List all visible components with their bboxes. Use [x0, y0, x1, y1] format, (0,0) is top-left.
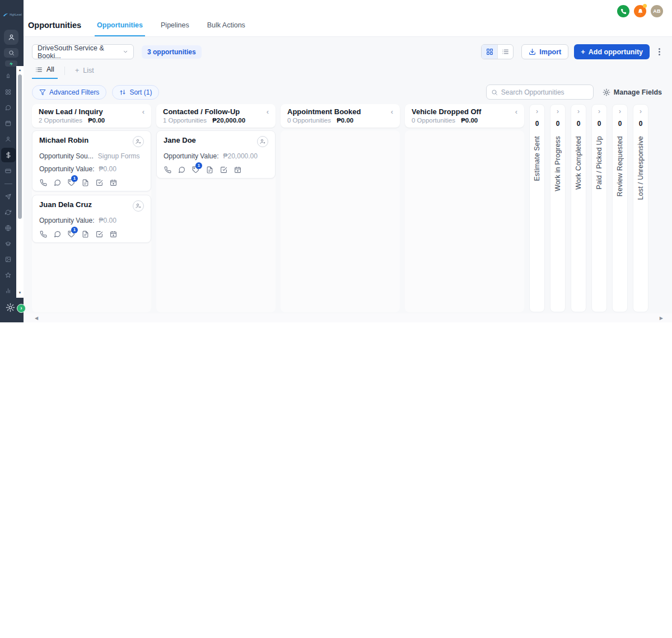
sidebar-search-button[interactable] — [4, 48, 18, 58]
list-view-button[interactable] — [497, 45, 513, 59]
notes-button[interactable] — [81, 230, 89, 238]
notifications-button[interactable] — [634, 5, 646, 17]
tab-all[interactable]: All — [32, 65, 58, 79]
sidebar-item-media[interactable] — [5, 256, 11, 262]
scrollbar-up-arrow[interactable]: ▲ — [16, 67, 24, 73]
manage-fields-button[interactable]: Manage Fields — [603, 88, 662, 96]
appointment-button[interactable] — [234, 166, 241, 173]
advanced-filters-button[interactable]: Advanced Filters — [32, 85, 106, 100]
sidebar-scrollbar[interactable]: ▲ ▼ — [16, 66, 24, 298]
tab-bulk-actions[interactable]: Bulk Actions — [205, 21, 248, 36]
opportunity-card-michael-robin[interactable]: Michael Robin Opportunity Sou... Signup … — [32, 130, 151, 191]
payments-icon — [5, 168, 11, 174]
field-value: ₱0.00 — [99, 217, 116, 224]
quick-actions-button[interactable] — [5, 60, 17, 67]
sidebar-item-reporting[interactable] — [5, 288, 11, 294]
message-button[interactable] — [53, 179, 61, 186]
horizontal-scrollbar[interactable]: ◀ ▶ — [24, 313, 672, 322]
scrollbar-down-arrow[interactable]: ▼ — [16, 290, 24, 295]
scroll-left-arrow[interactable]: ◀ — [35, 316, 38, 321]
import-button[interactable]: Import — [521, 44, 568, 59]
sidebar-expand-button[interactable]: › — [17, 304, 26, 313]
logo-text: HighLevel — [10, 13, 22, 16]
expand-column-icon[interactable]: › — [619, 108, 621, 115]
appointment-button[interactable] — [109, 179, 117, 186]
tasks-button[interactable] — [95, 230, 103, 238]
sidebar-item-memberships[interactable] — [5, 241, 11, 247]
column-appointment-booked: Appointment Booked ‹ 0 Opportunities ₱0.… — [281, 104, 400, 312]
automation-icon — [5, 209, 11, 215]
assign-user-button[interactable] — [133, 200, 144, 212]
message-button[interactable] — [178, 166, 185, 173]
collapse-column-icon[interactable]: ‹ — [267, 108, 269, 115]
tab-pipelines[interactable]: Pipelines — [158, 21, 192, 36]
add-opportunity-button[interactable]: + Add opportunity — [574, 44, 650, 59]
tags-button[interactable]: 1 — [67, 179, 75, 186]
tab-add-list[interactable]: + List — [72, 67, 97, 79]
scroll-right-arrow[interactable]: ▶ — [660, 316, 663, 321]
notes-button[interactable] — [206, 166, 213, 173]
column-count: 0 — [535, 120, 539, 128]
opportunity-card-jane-doe[interactable]: Jane Doe Opportunity Value: ₱20,000.00 — [156, 130, 276, 179]
account-switcher-button[interactable] — [4, 30, 18, 45]
appointment-button[interactable] — [109, 230, 117, 238]
search-input[interactable] — [501, 88, 589, 96]
pipeline-select[interactable]: DriveSouth Service & Booki... — [32, 44, 134, 59]
field-label: Opportunity Value: — [164, 152, 219, 160]
sidebar-item-contacts[interactable] — [5, 136, 11, 142]
sidebar-item-opportunities[interactable] — [1, 148, 16, 162]
collapse-column-icon[interactable]: ‹ — [142, 108, 144, 115]
expand-column-icon[interactable]: › — [536, 108, 538, 115]
scrollbar-thumb[interactable] — [18, 74, 22, 219]
expand-column-icon[interactable]: › — [598, 108, 600, 115]
phone-button[interactable] — [617, 5, 629, 17]
sidebar-item-sites[interactable] — [5, 225, 11, 231]
notes-button[interactable] — [81, 179, 89, 186]
collapsed-column-lost-unresponsive: › 0 Lost / Unresponsive — [633, 104, 648, 312]
notification-dot — [643, 4, 647, 8]
opportunity-card-juan-dela-cruz[interactable]: Juan Dela Cruz Opportunity Value: ₱0.00 — [32, 195, 151, 243]
message-button[interactable] — [53, 230, 61, 238]
call-button[interactable] — [39, 179, 47, 186]
list-icon — [35, 66, 43, 73]
tasks-button[interactable] — [220, 166, 227, 173]
expand-column-icon[interactable]: › — [640, 108, 642, 115]
tags-button[interactable]: 1 — [67, 230, 75, 238]
user-plus-icon — [136, 139, 141, 144]
call-button[interactable] — [164, 166, 171, 173]
sidebar-item-payments[interactable] — [5, 168, 11, 174]
sidebar-item-marketing[interactable] — [5, 194, 11, 200]
call-button[interactable] — [39, 230, 47, 238]
sidebar-item-launchpad[interactable] — [5, 73, 11, 79]
assign-user-button[interactable] — [257, 136, 268, 147]
column-count: 0 Opportunities — [412, 117, 455, 124]
column-count: 0 — [598, 120, 601, 128]
sidebar-item-automation[interactable] — [5, 209, 11, 215]
settings-button[interactable] — [6, 303, 15, 315]
sort-button[interactable]: Sort (1) — [112, 85, 159, 100]
search-icon — [491, 89, 498, 96]
tags-button[interactable]: 1 — [192, 166, 199, 173]
board-view-button[interactable] — [482, 45, 497, 59]
phone-icon — [40, 179, 47, 186]
file-icon — [82, 179, 89, 186]
list-view-icon — [502, 48, 509, 55]
tasks-button[interactable] — [95, 179, 103, 186]
more-options-button[interactable] — [655, 46, 663, 58]
avatar[interactable]: AB — [651, 5, 663, 17]
expand-column-icon[interactable]: › — [557, 108, 559, 115]
collapse-column-icon[interactable]: ‹ — [515, 108, 517, 115]
gear-icon — [603, 88, 610, 96]
assign-user-button[interactable] — [133, 136, 144, 147]
column-header: Contacted / Follow-Up ‹ 1 Opportunities … — [156, 104, 276, 128]
collapse-column-icon[interactable]: ‹ — [391, 108, 393, 115]
column-header: New Lead / Inquiry ‹ 2 Opportunities ₱0.… — [32, 104, 151, 128]
sidebar-item-dashboard[interactable] — [5, 89, 11, 95]
tab-opportunities[interactable]: Opportunities — [95, 21, 145, 36]
column-value: ₱0.00 — [461, 117, 478, 124]
tab-list-label: List — [83, 67, 94, 74]
sidebar-item-conversations[interactable] — [5, 105, 11, 111]
expand-column-icon[interactable]: › — [577, 108, 580, 115]
sidebar-item-reputation[interactable] — [5, 272, 11, 278]
sidebar-item-calendars[interactable] — [5, 120, 11, 126]
